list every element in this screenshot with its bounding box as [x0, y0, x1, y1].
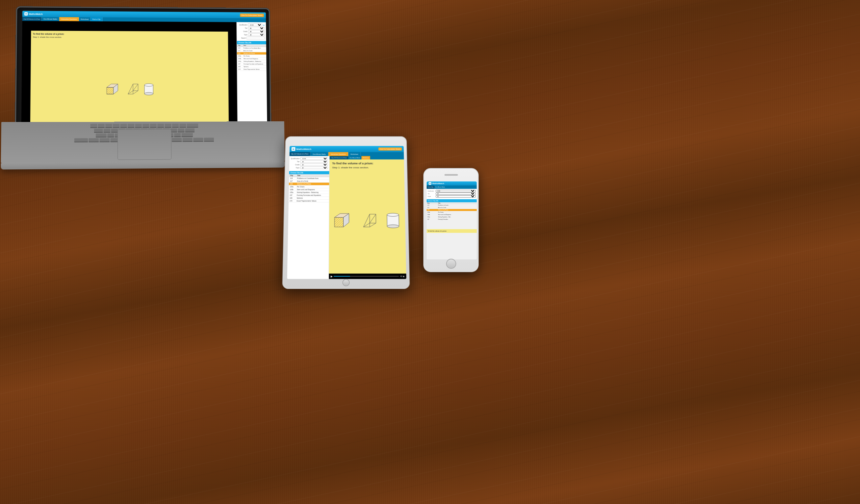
triangle-prism-shape	[126, 82, 140, 96]
iphone-row[interactable]: 128bStem and Leaf Diagrams	[427, 214, 477, 216]
tablet-tier-select[interactable]: All	[300, 160, 328, 163]
tier-row: Tier All	[238, 27, 265, 30]
tablet-worksheet-tab[interactable]: Worksheet	[361, 156, 370, 159]
tablet-col-clip: Clip	[289, 174, 296, 177]
clip-number: 117	[237, 49, 243, 52]
iphone-clip-n: 119	[427, 209, 438, 211]
clip-title: Volume of a Prism	[243, 52, 267, 55]
iphone-header: M MathsWatch	[427, 182, 477, 186]
table-row[interactable]: 135aSolving Equations - Balancing	[289, 191, 329, 193]
laptop-keyboard	[1, 121, 285, 170]
tablet-logo-text: MathsWatch	[296, 147, 312, 150]
table-row[interactable]: 117 Area of a Circle	[237, 49, 267, 52]
topic-select[interactable]: All	[248, 33, 265, 36]
clip-ttl: Solving Equations - Balancing	[296, 191, 329, 193]
table-row[interactable]: 117Area of a Circle	[289, 180, 329, 183]
tab-worksheet[interactable]: Worksheet	[79, 17, 91, 21]
table-row[interactable]: 173 Exact Trigonometric Values	[237, 68, 267, 71]
table-row[interactable]: 137 Forming Formulae and Equations	[237, 62, 267, 65]
table-row[interactable]: 137Forming Formulae and Equations	[289, 194, 329, 197]
table-row[interactable]: 173Exact Trigonometric Values	[289, 200, 329, 202]
tab-one-minute-maths[interactable]: One Minute Maths	[42, 17, 59, 21]
table-row[interactable]: 135a Solving Equations - Balancing	[237, 60, 267, 62]
tab-interactive-questions[interactable]: Interactive Questions	[59, 17, 79, 21]
tablet-tier-row: Tier All	[290, 160, 328, 163]
clip-num: 128a	[289, 185, 296, 188]
iphone-clip-t: Solving Equations - Bal...	[438, 216, 477, 218]
iphone-tab-1[interactable]: One Minute Maths	[434, 186, 446, 189]
tablet-home-button[interactable]	[342, 279, 350, 286]
tablet-tab-worksheet[interactable]: Worksheet	[348, 152, 361, 156]
tablet-play-btn[interactable]: ▶	[331, 275, 333, 278]
iphone-app: M MathsWatch Find a Clip One Minute Math…	[427, 182, 477, 259]
tablet-clip-tag: Clip 119 Volume of a Prism	[330, 156, 348, 159]
table-row-active[interactable]: 119 Volume of a Prism	[237, 52, 267, 55]
search-input[interactable]	[247, 37, 265, 39]
tablet-one-min[interactable]: One Minute Maths	[348, 156, 361, 159]
tablet-video-text1: To find the volume of a prism:	[332, 162, 401, 165]
tablet-hd: HD ▣	[400, 275, 405, 277]
tablet-topic-row: Topic All	[290, 167, 328, 169]
tablet-tab-interactive[interactable]: Interactive Questions	[329, 152, 348, 156]
tablet-qual-select[interactable]: GCSE	[300, 157, 328, 160]
tablet-topic-label: Topic	[290, 167, 300, 169]
clip-number: 128b	[237, 57, 243, 60]
tablet-grade-select[interactable]: All	[300, 163, 328, 165]
tablet-tab-one-minute[interactable]: One Minute Maths	[311, 152, 329, 156]
clip-title: Problems on Coordinate Axes	[243, 47, 267, 49]
iphone-home-button[interactable]	[446, 259, 456, 269]
subscribe-button[interactable]: Click For Subscription Details	[240, 13, 264, 17]
iphone-clip-scroll[interactable]: ClipTitle 113Problems on Coord... 117Are…	[427, 202, 477, 229]
iphone-tabs: Find a Clip One Minute Maths	[427, 186, 477, 189]
iphone-qual-label: Qualification	[428, 190, 435, 192]
table-row[interactable]: 109Spheres	[289, 197, 329, 199]
table-row[interactable]: 128b Stem and Leaf Diagrams	[237, 57, 267, 60]
table-row[interactable]: 109 Spheres	[237, 65, 267, 68]
tab-find-a-clip[interactable]: Find a Clip	[91, 17, 102, 21]
iphone-row[interactable]: 128aPie Charts	[427, 211, 477, 214]
table-row[interactable]: 128aPie Charts	[289, 185, 329, 188]
tablet-video-panel: Clip 119 Volume of a Prism One Minute Ma…	[329, 156, 406, 279]
search-label: Search	[238, 37, 246, 39]
add-icon[interactable]: ⊕	[263, 24, 265, 26]
table-row[interactable]: 128bStem and Leaf Diagrams	[289, 188, 329, 191]
grade-select[interactable]: All	[248, 30, 265, 33]
iphone-logo-text: MathsWatch	[432, 183, 444, 185]
tier-label: Tier	[238, 27, 247, 29]
clip-ttl: Forming Formulae and Equations	[296, 194, 329, 197]
tablet-subscribe-button[interactable]: Click For Subscription Details	[378, 147, 402, 150]
video-text-line1: To find the volume of a prism:	[33, 33, 226, 36]
clip-table: Clip Title 113 Problems on Coordinate Ax…	[237, 44, 267, 71]
clip-num: 135a	[289, 191, 296, 193]
tablet-progress-fill	[333, 276, 350, 276]
iphone-tier-select[interactable]: All	[436, 192, 476, 195]
table-row[interactable]: 113Problems on Coordinate Axes	[289, 177, 329, 179]
tablet-sidebar: Qualification GCSE Tier All Grade All	[287, 156, 330, 279]
trackpad[interactable]	[118, 129, 172, 160]
tablet-device: M MathsWatch Click For Subscription Deta…	[282, 136, 410, 289]
iphone-row-active[interactable]: 119Volume of a Prism	[427, 209, 477, 211]
iphone-qual-select[interactable]: GCSE	[436, 190, 476, 192]
tablet-app-header: M MathsWatch Click For Subscription Deta…	[290, 146, 404, 152]
tablet-grade-row: Grade All	[290, 163, 328, 165]
tablet-topic-select[interactable]: All	[300, 167, 328, 169]
logo-text: MathsWatch	[29, 13, 43, 15]
tablet-qual-label: Qualification	[290, 158, 300, 159]
table-row[interactable]: 128a Pie Charts	[237, 55, 267, 57]
clip-ttl: Exact Trigonometric Values	[296, 200, 329, 202]
iphone-row[interactable]: 135aSolving Equations - Bal...	[427, 216, 477, 218]
iphone-grade-row: Grade All	[428, 195, 476, 198]
tier-select[interactable]: All	[248, 27, 265, 30]
clip-title: Exact Trigonometric Values	[243, 68, 267, 71]
tablet-col-title: Title	[296, 174, 329, 177]
tablet-progress[interactable]	[333, 276, 399, 276]
qualification-select[interactable]: GCSE	[248, 24, 262, 26]
iphone-row[interactable]: 117Area of a Circle	[427, 207, 477, 209]
iphone-find-clip[interactable]: Find a Clip	[427, 186, 434, 189]
iphone-row[interactable]: 137Forming Formulae...	[427, 218, 477, 221]
clip-title: Solving Equations - Balancing	[243, 60, 267, 62]
iphone-grade-select[interactable]: All	[436, 195, 476, 198]
table-row-active[interactable]: 119Volume of a Prism	[289, 183, 329, 185]
logo-icon: M	[24, 12, 28, 15]
iphone-grade-label: Grade	[428, 196, 435, 197]
